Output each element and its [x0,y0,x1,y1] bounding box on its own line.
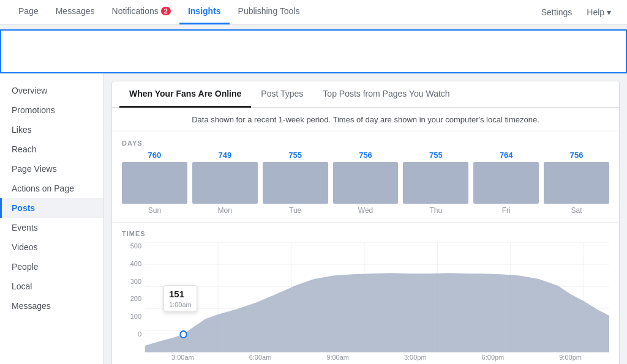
x-label-9am: 9:00am [326,354,349,361]
sub-tab-post-types[interactable]: Post Types [251,81,313,108]
notifications-badge: 2 [161,7,171,15]
page-layout: Overview Promotions Likes Reach Page Vie… [0,73,627,364]
day-col-fri: 764 Fri [473,150,539,215]
days-label: DAYS [122,139,609,147]
day-col-mon: 749 Mon [192,150,258,215]
sidebar-item-reach[interactable]: Reach [0,139,103,159]
nav-right: Settings Help ▾ [535,7,617,17]
sidebar-item-overview[interactable]: Overview [0,81,103,100]
x-label-3am: 3:00am [171,354,194,361]
sidebar-item-page-views[interactable]: Page Views [0,159,103,179]
day-value-fri: 764 [500,150,513,160]
nav-page[interactable]: Page [10,0,47,24]
day-value-sat: 756 [570,150,584,160]
day-name-wed: Wed [358,206,373,215]
times-label: TIMES [122,230,609,237]
y-label-500: 500 [130,242,141,250]
x-label-9pm: 9:00pm [559,354,582,361]
nav-messages[interactable]: Messages [47,0,103,24]
day-value-sun: 760 [148,150,162,160]
info-text: Data shown for a recent 1-week period. T… [112,108,619,132]
y-label-200: 200 [130,295,141,302]
y-label-400: 400 [130,260,141,267]
day-col-sun: 760 Sun [122,150,187,215]
day-col-tue: 755 Tue [263,150,328,215]
day-value-mon: 749 [218,150,231,160]
x-axis: 3:00am 6:00am 9:00am 3:00pm 6:00pm 9:00p… [122,352,609,361]
posts-card: When Your Fans Are Online Post Types Top… [111,81,620,364]
day-name-sat: Sat [571,206,582,215]
sidebar-item-local[interactable]: Local [0,277,103,296]
days-section: DAYS 760 Sun 749 Mon 755 Tue 756 Wed 755… [112,132,619,223]
sidebar-item-promotions[interactable]: Promotions [0,100,103,120]
nav-publishing-tools[interactable]: Publishing Tools [230,0,309,24]
day-value-thu: 755 [429,150,443,160]
day-bar-wed [333,162,399,204]
day-value-wed: 756 [359,150,372,160]
tooltip-box: 151 1:00am [163,285,197,312]
blue-header-box [0,29,627,73]
sidebar-item-people[interactable]: People [0,257,103,277]
y-label-100: 100 [130,313,141,320]
sidebar-item-actions-on-page[interactable]: Actions on Page [0,179,103,198]
chart-container: 500 400 300 200 100 0 151 1:00am [122,242,609,352]
settings-nav[interactable]: Settings [535,7,579,17]
sidebar-item-videos[interactable]: Videos [0,237,103,257]
nav-notifications[interactable]: Notifications 2 [103,0,179,24]
sub-tab-top-posts[interactable]: Top Posts from Pages You Watch [313,81,459,108]
tooltip-dot-circle [180,331,186,338]
day-bar-mon [192,162,258,204]
day-name-fri: Fri [502,206,511,215]
day-bar-sat [544,162,609,204]
day-name-tue: Tue [289,206,301,215]
day-name-sun: Sun [148,206,161,215]
top-navigation: Page Messages Notifications 2 Insights P… [0,0,627,24]
y-label-0: 0 [138,330,141,338]
nav-insights[interactable]: Insights [179,0,230,24]
sidebar-item-events[interactable]: Events [0,218,103,237]
sidebar: Overview Promotions Likes Reach Page Vie… [0,73,104,364]
sidebar-item-posts[interactable]: Posts [0,198,103,218]
help-nav[interactable]: Help ▾ [580,7,617,17]
tooltip-value: 151 [169,288,192,300]
main-content: When Your Fans Are Online Post Types Top… [104,73,627,364]
sub-tabs: When Your Fans Are Online Post Types Top… [112,81,619,108]
times-section: TIMES [112,223,619,364]
sub-tab-fans-online[interactable]: When Your Fans Are Online [119,81,251,108]
y-axis: 500 400 300 200 100 0 [122,242,144,338]
day-bar-sun [122,162,187,204]
y-label-300: 300 [130,278,141,285]
day-col-thu: 755 Thu [403,150,468,215]
sidebar-item-messages[interactable]: Messages [0,296,103,316]
day-bar-thu [403,162,468,204]
nav-left: Page Messages Notifications 2 Insights P… [10,0,309,24]
sidebar-item-likes[interactable]: Likes [0,120,103,139]
day-value-tue: 755 [288,150,302,160]
x-label-6am: 6:00am [249,354,272,361]
day-col-wed: 756 Wed [333,150,399,215]
day-col-sat: 756 Sat [544,150,609,215]
day-bar-tue [263,162,328,204]
day-name-thu: Thu [430,206,443,215]
day-bar-fri [473,162,539,204]
days-grid: 760 Sun 749 Mon 755 Tue 756 Wed 755 Thu … [122,150,609,215]
x-label-6pm: 6:00pm [482,354,505,361]
tooltip-time: 1:00am [169,300,192,309]
x-label-3pm: 3:00pm [404,354,427,361]
day-name-mon: Mon [218,206,232,215]
